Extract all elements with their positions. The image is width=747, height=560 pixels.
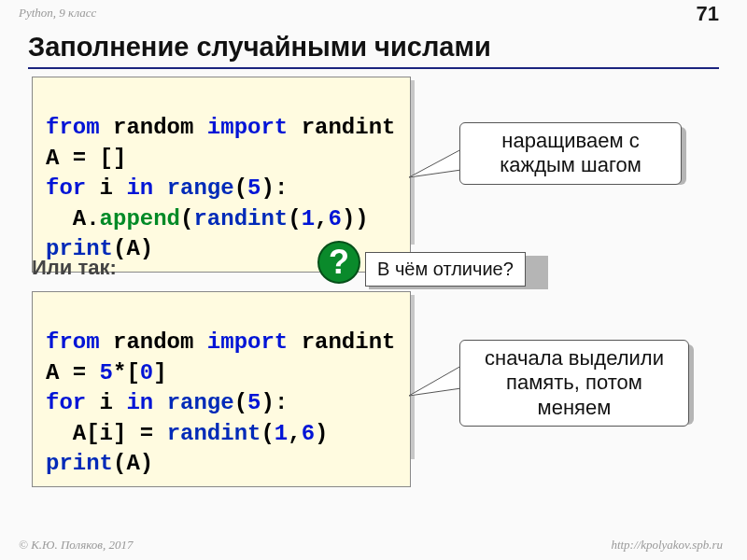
kw-from: from [46, 329, 100, 355]
fn-print: print [46, 451, 113, 476]
question-box: В чём отличие? [365, 252, 526, 287]
kw-import: import [207, 329, 288, 355]
code-block-1: from random import randint A = [] for i … [32, 77, 411, 273]
page-title: Заполнение случайными числами [28, 32, 491, 63]
footer-author: © К.Ю. Поляков, 2017 [19, 538, 133, 553]
method-append: append [100, 206, 180, 231]
fn-randint: randint [167, 421, 261, 446]
slide: Python, 9 класс 71 Заполнение случайными… [0, 0, 747, 560]
title-underline [28, 67, 719, 69]
kw-import: import [207, 115, 288, 140]
question-badge-icon: ? [317, 241, 360, 284]
kw-for: for [46, 175, 86, 201]
course-label: Python, 9 класс [19, 6, 96, 21]
kw-from: from [46, 115, 100, 140]
callout1-tail [409, 149, 465, 187]
footer-url: http://kpolyakov.spb.ru [611, 538, 723, 553]
svg-marker-1 [409, 366, 461, 396]
page-number: 71 [697, 2, 719, 26]
fn-range: range [167, 390, 234, 415]
fn-randint: randint [193, 206, 288, 231]
kw-in: in [126, 175, 153, 201]
kw-in: in [126, 390, 153, 415]
callout2-tail [409, 366, 465, 405]
fn-range: range [167, 175, 234, 201]
kw-for: for [46, 390, 86, 415]
or-label: Или так: [32, 256, 117, 280]
callout-1: наращиваем с каждым шагом [459, 122, 682, 185]
callout-2: сначала выделили память, потом меняем [459, 340, 689, 427]
svg-marker-0 [409, 149, 461, 177]
code-block-2: from random import randint A = 5*[0] for… [32, 291, 411, 487]
